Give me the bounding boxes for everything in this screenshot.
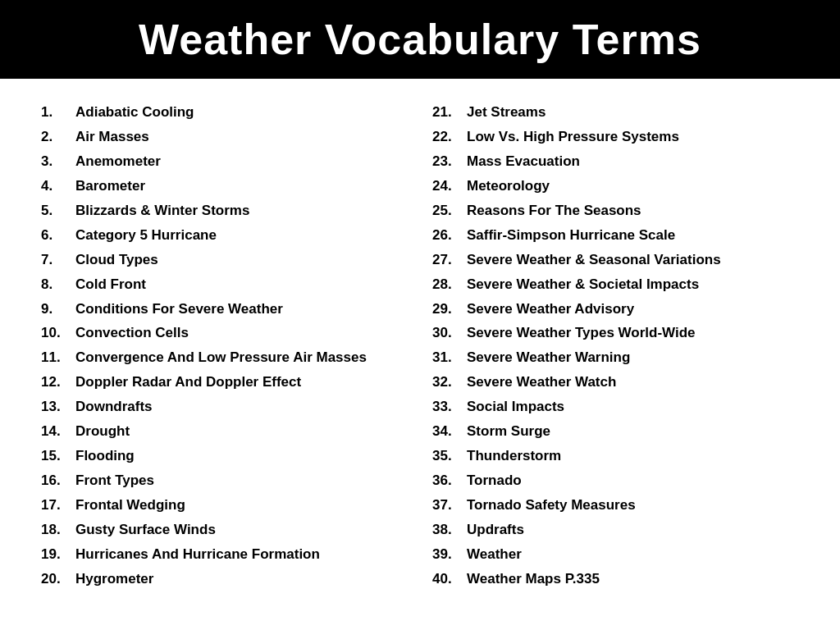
list-item: 14.Drought bbox=[41, 422, 416, 441]
list-item: 35.Thunderstorm bbox=[432, 447, 807, 466]
item-label: Storm Surge bbox=[467, 422, 550, 441]
item-label: Anemometer bbox=[75, 153, 161, 171]
list-item: 21.Jet Streams bbox=[432, 103, 807, 122]
list-item: 39.Weather bbox=[432, 546, 807, 564]
item-label: Conditions For Severe Weather bbox=[75, 300, 283, 319]
list-item: 38.Updrafts bbox=[432, 521, 807, 540]
item-number: 21. bbox=[432, 103, 467, 122]
item-number: 34. bbox=[432, 422, 467, 441]
item-label: Drought bbox=[75, 422, 130, 441]
list-item: 30.Severe Weather Types World-Wide bbox=[432, 324, 807, 343]
item-label: Severe Weather Warning bbox=[467, 349, 630, 368]
list-item: 36.Tornado bbox=[432, 472, 807, 491]
right-column: 21.Jet Streams22.Low Vs. High Pressure S… bbox=[432, 103, 807, 595]
list-item: 2.Air Masses bbox=[41, 128, 416, 147]
item-label: Severe Weather & Societal Impacts bbox=[467, 276, 699, 294]
list-item: 28.Severe Weather & Societal Impacts bbox=[432, 276, 807, 294]
item-number: 14. bbox=[41, 422, 75, 441]
item-label: Severe Weather Advisory bbox=[467, 300, 634, 319]
list-item: 16.Front Types bbox=[41, 472, 416, 491]
item-number: 28. bbox=[432, 276, 467, 294]
item-label: Low Vs. High Pressure Systems bbox=[467, 128, 679, 147]
item-label: Gusty Surface Winds bbox=[75, 521, 216, 540]
list-item: 34.Storm Surge bbox=[432, 422, 807, 441]
list-item: 1.Adiabatic Cooling bbox=[41, 103, 416, 122]
item-label: Tornado bbox=[467, 472, 522, 491]
item-label: Hygrometer bbox=[75, 570, 153, 589]
list-item: 31.Severe Weather Warning bbox=[432, 349, 807, 368]
list-item: 19.Hurricanes And Hurricane Formation bbox=[41, 546, 416, 564]
item-label: Flooding bbox=[75, 447, 135, 466]
item-number: 38. bbox=[432, 521, 467, 540]
list-item: 26.Saffir-Simpson Hurricane Scale bbox=[432, 226, 807, 245]
item-number: 20. bbox=[41, 570, 75, 589]
list-item: 4.Barometer bbox=[41, 177, 416, 196]
item-label: Social Impacts bbox=[467, 398, 564, 417]
item-number: 19. bbox=[41, 546, 75, 564]
item-number: 6. bbox=[41, 226, 75, 245]
list-item: 6.Category 5 Hurricane bbox=[41, 226, 416, 245]
list-item: 11.Convergence And Low Pressure Air Mass… bbox=[41, 349, 416, 368]
list-item: 10.Convection Cells bbox=[41, 324, 416, 343]
item-number: 24. bbox=[432, 177, 467, 196]
item-number: 5. bbox=[41, 202, 75, 221]
list-item: 22.Low Vs. High Pressure Systems bbox=[432, 128, 807, 147]
item-number: 8. bbox=[41, 276, 75, 294]
list-item: 7.Cloud Types bbox=[41, 251, 416, 270]
list-item: 12.Doppler Radar And Doppler Effect bbox=[41, 373, 416, 392]
list-item: 18.Gusty Surface Winds bbox=[41, 521, 416, 540]
list-item: 32.Severe Weather Watch bbox=[432, 373, 807, 392]
list-item: 15.Flooding bbox=[41, 447, 416, 466]
item-label: Updrafts bbox=[467, 521, 524, 540]
item-label: Frontal Wedging bbox=[75, 496, 185, 515]
list-item: 9.Conditions For Severe Weather bbox=[41, 300, 416, 319]
item-number: 36. bbox=[432, 472, 467, 491]
item-label: Weather Maps P.335 bbox=[467, 570, 600, 589]
item-label: Convergence And Low Pressure Air Masses bbox=[75, 349, 367, 368]
list-item: 29.Severe Weather Advisory bbox=[432, 300, 807, 319]
item-label: Weather bbox=[467, 546, 522, 564]
list-item: 37.Tornado Safety Measures bbox=[432, 496, 807, 515]
item-number: 40. bbox=[432, 570, 467, 589]
page-title: Weather Vocabulary Terms bbox=[25, 15, 815, 64]
item-number: 23. bbox=[432, 153, 467, 171]
item-label: Cold Front bbox=[75, 276, 146, 294]
content-area: 1.Adiabatic Cooling2.Air Masses3.Anemome… bbox=[0, 95, 840, 603]
list-item: 33.Social Impacts bbox=[432, 398, 807, 417]
item-label: Blizzards & Winter Storms bbox=[75, 202, 249, 221]
item-number: 18. bbox=[41, 521, 75, 540]
item-label: Downdrafts bbox=[75, 398, 153, 417]
list-item: 40.Weather Maps P.335 bbox=[432, 570, 807, 589]
item-number: 13. bbox=[41, 398, 75, 417]
item-number: 9. bbox=[41, 300, 75, 319]
item-number: 33. bbox=[432, 398, 467, 417]
item-number: 7. bbox=[41, 251, 75, 270]
item-label: Severe Weather Watch bbox=[467, 373, 616, 392]
item-label: Hurricanes And Hurricane Formation bbox=[75, 546, 320, 564]
item-number: 37. bbox=[432, 496, 467, 515]
list-item: 27.Severe Weather & Seasonal Variations bbox=[432, 251, 807, 270]
item-number: 11. bbox=[41, 349, 75, 368]
item-number: 3. bbox=[41, 153, 75, 171]
item-number: 15. bbox=[41, 447, 75, 466]
item-number: 1. bbox=[41, 103, 75, 122]
item-label: Adiabatic Cooling bbox=[75, 103, 194, 122]
item-number: 2. bbox=[41, 128, 75, 147]
item-number: 35. bbox=[432, 447, 467, 466]
item-label: Doppler Radar And Doppler Effect bbox=[75, 373, 301, 392]
item-number: 39. bbox=[432, 546, 467, 564]
item-label: Severe Weather & Seasonal Variations bbox=[467, 251, 721, 270]
item-label: Tornado Safety Measures bbox=[467, 496, 636, 515]
item-number: 32. bbox=[432, 373, 467, 392]
item-label: Thunderstorm bbox=[467, 447, 561, 466]
list-item: 23.Mass Evacuation bbox=[432, 153, 807, 171]
list-item: 20.Hygrometer bbox=[41, 570, 416, 589]
list-item: 25.Reasons For The Seasons bbox=[432, 202, 807, 221]
item-number: 10. bbox=[41, 324, 75, 343]
item-label: Cloud Types bbox=[75, 251, 158, 270]
item-label: Category 5 Hurricane bbox=[75, 226, 217, 245]
item-number: 22. bbox=[432, 128, 467, 147]
item-number: 16. bbox=[41, 472, 75, 491]
item-label: Air Masses bbox=[75, 128, 149, 147]
item-label: Jet Streams bbox=[467, 103, 546, 122]
